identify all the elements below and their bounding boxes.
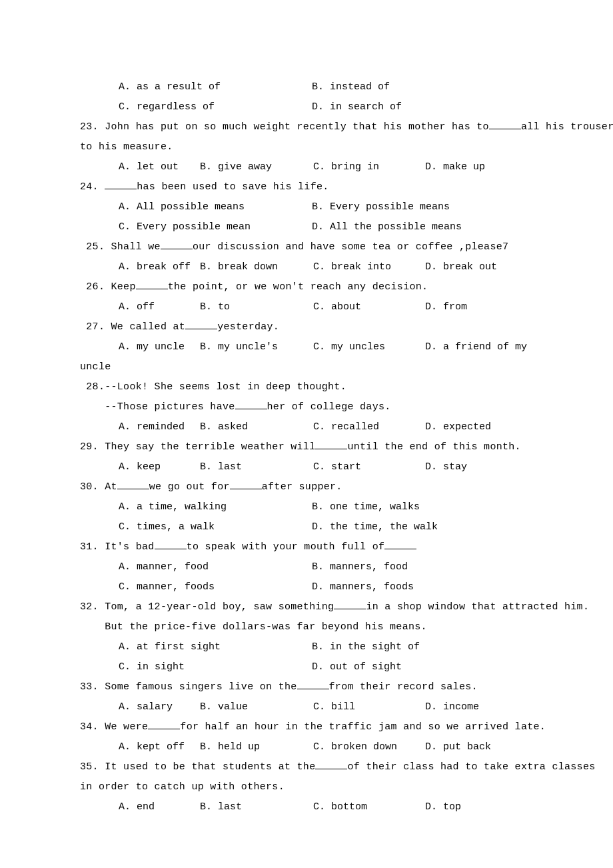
q30-option-d: D. the time, the walk [312, 517, 438, 537]
q28-stem1: 28.--Look! She seems lost in deep though… [80, 377, 540, 397]
q35-option-b: B. last [200, 797, 313, 817]
q28-stem2: --Those pictures haveher of college days… [80, 397, 540, 417]
q33-option-a: A. salary [119, 697, 200, 717]
q25-stem: 25. Shall weour discussion and have some… [80, 237, 540, 257]
blank [136, 279, 168, 289]
q28-stem2a: --Those pictures have [80, 401, 235, 413]
q30-stem-c: after supper. [262, 481, 342, 493]
q27-tail: uncle [80, 357, 540, 377]
exam-page: A. as a result of B. instead of C. regar… [0, 0, 613, 868]
q29-stem: 29. They say the terrible weather willun… [80, 437, 540, 457]
q33-stem: 33. Some famous singers live on thefrom … [80, 677, 540, 697]
q23-options: A. let out B. give away C. bring in D. m… [80, 157, 540, 177]
q23-option-d: D. make up [425, 157, 485, 177]
q33-option-b: B. value [200, 697, 313, 717]
q35-option-a: A. end [119, 797, 200, 817]
q35-option-d: D. top [425, 797, 461, 817]
blank [117, 479, 149, 489]
q25-option-a: A. break off [119, 257, 200, 277]
q31-option-d: D. manners, foods [312, 577, 414, 597]
q23-stem-a: 23. John has put on so much weight recen… [80, 121, 489, 133]
q32-option-a: A. at first sight [119, 637, 312, 657]
q29-stem-a: 29. They say the terrible weather will [80, 441, 315, 453]
q33-option-d: D. income [425, 697, 479, 717]
q28-option-a: A. reminded [119, 417, 200, 437]
q26-option-d: D. from [425, 297, 467, 317]
q32-option-d: D. out of sight [312, 657, 402, 677]
q28-options: A. reminded B. asked C. recalled D. expe… [80, 417, 540, 437]
q24-stem-b: has been used to save his life. [137, 181, 328, 193]
q33-stem-b: from their record sales. [329, 681, 478, 693]
q34-option-d: D. put back [425, 737, 491, 757]
q33-option-c: C. bill [313, 697, 425, 717]
q29-option-d: D. stay [425, 457, 467, 477]
q26-option-c: C. about [313, 297, 425, 317]
q26-stem: 26. Keepthe point, or we won't reach any… [80, 277, 540, 297]
blank [315, 759, 347, 769]
q32-stem2: But the price-five dollars-was far beyon… [80, 617, 540, 637]
blank [334, 599, 366, 609]
q34-stem: 34. We werefor half an hour in the traff… [80, 717, 540, 737]
q24-options-row2: C. Every possible mean D. All the possib… [80, 217, 540, 237]
q24-options-row1: A. All possible means B. Every possible … [80, 197, 540, 217]
q27-option-d: D. a friend of my [425, 337, 527, 357]
q25-stem-a: 25. Shall we [80, 241, 161, 253]
blank [235, 399, 267, 409]
q29-option-c: C. start [313, 457, 425, 477]
q23-option-b: B. give away [200, 157, 313, 177]
q30-options-row2: C. times, a walk D. the time, the walk [80, 517, 540, 537]
q27-stem-a: 27. We called at [80, 321, 185, 333]
q24-option-d: D. All the possible means [312, 217, 462, 237]
q27-options: A. my uncle B. my uncle's C. my uncles D… [80, 337, 540, 357]
q31-stem: 31. It's badto speak with your mouth ful… [80, 537, 540, 557]
q22-option-b: B. instead of [312, 77, 390, 97]
q31-option-a: A. manner, food [119, 557, 312, 577]
q30-stem-b: we go out for [149, 481, 230, 493]
q30-option-b: B. one time, walks [312, 497, 420, 517]
q22-option-d: D. in search of [312, 97, 402, 117]
q32-stem1: 32. Tom, a 12-year-old boy, saw somethin… [80, 597, 540, 617]
q23-option-a: A. let out [119, 157, 200, 177]
blank [230, 479, 262, 489]
q34-options: A. kept off B. held up C. broken down D.… [80, 737, 540, 757]
q27-option-b: B. my uncle's [200, 337, 313, 357]
q32-stem-a: 32. Tom, a 12-year-old boy, saw somethin… [80, 601, 334, 613]
q30-stem-a: 30. At [80, 481, 117, 493]
q35-stem2: in order to catch up with others. [80, 777, 540, 797]
q27-option-a: A. my uncle [119, 337, 200, 357]
blank [297, 679, 329, 689]
q32-stem-b: in a shop window that attracted him. [366, 601, 589, 613]
q28-option-c: C. recalled [313, 417, 425, 437]
q32-option-c: C. in sight [119, 657, 312, 677]
q24-option-c: C. Every possible mean [119, 217, 312, 237]
q23-stem-line1: 23. John has put on so much weight recen… [80, 117, 540, 137]
q31-stem-a: 31. It's bad [80, 541, 155, 553]
q26-options: A. off B. to C. about D. from [80, 297, 540, 317]
q32-option-b: B. in the sight of [312, 637, 420, 657]
q24-option-a: A. All possible means [119, 197, 312, 217]
blank [185, 319, 217, 329]
q32-options-row1: A. at first sight B. in the sight of [80, 637, 540, 657]
q35-options: A. end B. last C. bottom D. top [80, 797, 540, 817]
q27-option-c: C. my uncles [313, 337, 425, 357]
q23-option-c: C. bring in [313, 157, 425, 177]
q33-stem-a: 33. Some famous singers live on the [80, 681, 297, 693]
q28-option-b: B. asked [200, 417, 313, 437]
q34-option-b: B. held up [200, 737, 313, 757]
q22-option-c: C. regardless of [119, 97, 312, 117]
blank [489, 119, 521, 129]
blank [315, 439, 347, 449]
q34-option-c: C. broken down [313, 737, 425, 757]
q30-option-c: C. times, a walk [119, 517, 312, 537]
q33-options: A. salary B. value C. bill D. income [80, 697, 540, 717]
q23-stem-b: all his trousers [521, 121, 613, 133]
q35-stem-b: of their class had to take extra classes [347, 761, 595, 773]
q29-stem-b: until the end of this month. [347, 441, 520, 453]
q29-option-a: A. keep [119, 457, 200, 477]
q30-stem: 30. Atwe go out forafter supper. [80, 477, 540, 497]
q26-option-b: B. to [200, 297, 313, 317]
blank [384, 539, 416, 549]
q32-options-row2: C. in sight D. out of sight [80, 657, 540, 677]
q31-stem-b: to speak with your mouth full of [187, 541, 385, 553]
blank [105, 179, 137, 189]
